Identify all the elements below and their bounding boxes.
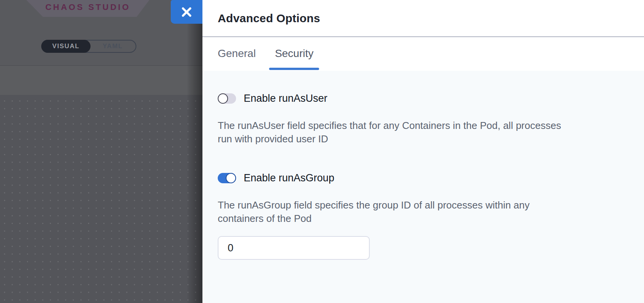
run-as-user-label: Enable runAsUser bbox=[244, 93, 327, 104]
toggle-knob bbox=[218, 93, 228, 104]
canvas-subheader bbox=[0, 66, 202, 95]
drawer-title: Advanced Options bbox=[218, 12, 320, 25]
tab-visual[interactable]: VISUAL bbox=[41, 40, 91, 53]
drawer-header: Advanced Options bbox=[202, 0, 644, 37]
run-as-user-row: Enable runAsUser bbox=[218, 93, 629, 104]
run-as-group-row: Enable runAsGroup bbox=[218, 173, 629, 183]
toggle-knob bbox=[226, 173, 236, 183]
chaos-studio-logo-text: CHAOS STUDIO bbox=[45, 2, 131, 12]
screen: CHAOS STUDIO VISUAL YAML Advanced Option… bbox=[0, 0, 644, 303]
drawer-tabs: General Security bbox=[202, 37, 644, 70]
tab-general[interactable]: General bbox=[218, 37, 256, 70]
run-as-user-description: The runAsUser field specifies that for a… bbox=[218, 119, 629, 146]
chaos-studio-logo: CHAOS STUDIO bbox=[26, 0, 149, 17]
run-as-user-toggle[interactable] bbox=[218, 93, 236, 104]
chaos-studio-canvas: CHAOS STUDIO VISUAL YAML bbox=[0, 0, 202, 303]
close-drawer-button[interactable] bbox=[171, 0, 202, 24]
tab-security[interactable]: Security bbox=[275, 37, 314, 70]
security-tab-panel: Enable runAsUser The runAsUser field spe… bbox=[202, 71, 644, 303]
close-icon bbox=[181, 7, 192, 17]
advanced-options-drawer: Advanced Options General Security Enable… bbox=[202, 0, 644, 303]
run-as-group-toggle[interactable] bbox=[218, 173, 236, 183]
view-mode-switch: VISUAL YAML bbox=[41, 40, 136, 53]
run-as-group-description: The runAsGroup field specifies the group… bbox=[218, 199, 629, 225]
run-as-group-label: Enable runAsGroup bbox=[244, 172, 334, 184]
run-as-group-input[interactable] bbox=[218, 236, 370, 260]
experiment-dot-grid bbox=[0, 95, 202, 303]
tab-yaml[interactable]: YAML bbox=[90, 41, 136, 52]
